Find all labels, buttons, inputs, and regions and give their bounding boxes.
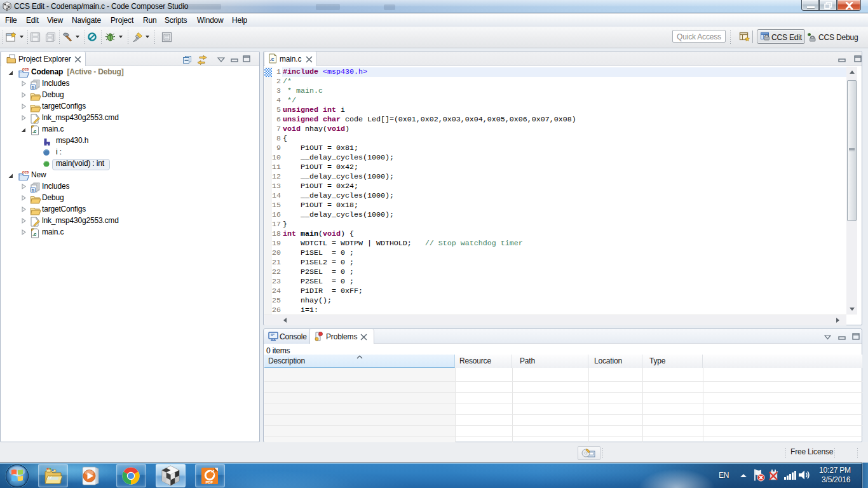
svg-text:h: h [32,187,35,193]
svg-text:.c: .c [32,231,37,237]
svg-text:.c: .c [32,128,37,134]
svg-text:ccs: ccs [22,67,29,71]
svg-text:PDF: PDF [206,480,214,484]
svg-text:ccs: ccs [22,170,29,174]
svg-text:.c: .c [270,56,275,62]
svg-text:h: h [32,85,35,90]
